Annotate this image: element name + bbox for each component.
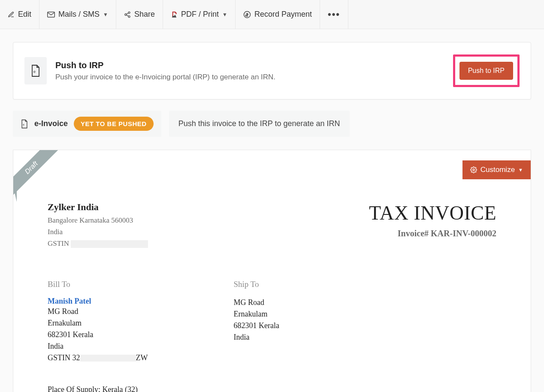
more-actions-button[interactable]: •••: [320, 0, 348, 29]
mail-icon: [47, 12, 55, 18]
chevron-down-icon: ▼: [222, 12, 227, 18]
push-irp-panel: e Push to IRP Push your invoice to the e…: [13, 42, 531, 100]
bill-line: 682301 Kerala: [48, 329, 148, 341]
svg-point-1: [128, 12, 130, 13]
push-desc: Push your invoice to the e-Invoicing por…: [55, 73, 444, 81]
push-to-irp-button[interactable]: Push to IRP: [459, 62, 513, 80]
svg-point-3: [128, 15, 130, 17]
gear-icon: [470, 166, 477, 173]
chevron-down-icon: ▼: [103, 12, 108, 18]
highlight-ring: Push to IRP: [453, 54, 520, 87]
bill-to-heading: Bill To: [48, 280, 148, 289]
share-button[interactable]: Share: [116, 0, 163, 29]
share-icon: [124, 11, 131, 18]
share-label: Share: [134, 10, 155, 19]
redacted-gstin: [71, 240, 148, 248]
svg-text:e: e: [33, 69, 36, 74]
einvoice-label: e-Invoice: [34, 119, 68, 128]
customize-button[interactable]: Customize ▼: [462, 160, 531, 179]
bill-line: India: [48, 341, 148, 352]
ship-to-heading: Ship To: [233, 280, 279, 289]
pencil-icon: [8, 11, 15, 18]
invoice-document: Draft Customize ▼ Zylker India Bangalore…: [13, 150, 531, 392]
ship-to-block: Ship To MG Road Ernakulam 682301 Kerala …: [233, 280, 279, 364]
chevron-down-icon: ▼: [518, 167, 523, 172]
mails-sms-button[interactable]: Mails / SMS ▼: [39, 0, 116, 29]
svg-line-5: [127, 15, 129, 16]
company-name: Zylker India: [48, 202, 148, 213]
svg-text:e: e: [23, 123, 24, 126]
svg-line-4: [127, 13, 129, 14]
action-toolbar: Edit Mails / SMS ▼ Share PDF / Print ▼ R…: [0, 0, 544, 29]
gstin-label: GSTIN: [48, 239, 69, 247]
draft-label: Draft: [13, 150, 63, 199]
record-payment-label: Record Payment: [254, 10, 312, 19]
gstin-suffix: ZW: [136, 353, 148, 362]
company-block: Zylker India Bangalore Karnataka 560003 …: [48, 202, 148, 250]
edit-button[interactable]: Edit: [0, 0, 39, 29]
customize-label: Customize: [481, 166, 515, 174]
pdf-label: PDF / Print: [181, 10, 219, 19]
einvoice-hint: Push this invoice to the IRP to generate…: [169, 111, 350, 137]
push-title: Push to IRP: [55, 60, 444, 70]
einvoice-doc-icon: e: [21, 119, 28, 129]
place-of-supply: Place Of Supply: Kerala (32): [48, 385, 496, 392]
invoice-number: Invoice# KAR-INV-000002: [369, 229, 496, 238]
einvoice-doc-icon: e: [24, 57, 47, 84]
bill-gstin: GSTIN 32ZW: [48, 352, 148, 364]
more-icon: •••: [328, 9, 340, 20]
company-country: India: [48, 226, 148, 238]
gstin-prefix: GSTIN 32: [48, 353, 80, 362]
record-payment-button[interactable]: Record Payment: [236, 0, 320, 29]
einvoice-status-bar: e e-Invoice YET TO BE PUSHED Push this i…: [13, 111, 350, 137]
doc-title-block: TAX INVOICE Invoice# KAR-INV-000002: [369, 202, 496, 238]
edit-label: Edit: [18, 10, 31, 19]
company-gstin: GSTIN: [48, 238, 148, 249]
bill-to-block: Bill To Manish Patel MG Road Ernakulam 6…: [48, 280, 148, 364]
pdf-print-button[interactable]: PDF / Print ▼: [163, 0, 236, 29]
redacted-gstin-mid: [80, 355, 136, 362]
doc-title: TAX INVOICE: [369, 202, 496, 224]
company-address: Bangalore Karnataka 560003: [48, 214, 148, 226]
ship-line: India: [233, 332, 279, 343]
ship-line: 682301 Kerala: [233, 320, 279, 332]
svg-point-2: [125, 14, 127, 15]
currency-icon: [243, 11, 251, 18]
einvoice-status-badge: YET TO BE PUSHED: [74, 117, 154, 131]
bill-line: MG Road: [48, 306, 148, 317]
svg-point-9: [473, 169, 474, 171]
einvoice-status-left: e e-Invoice YET TO BE PUSHED: [13, 111, 161, 137]
ship-line: Ernakulam: [233, 308, 279, 320]
customer-name-link[interactable]: Manish Patel: [48, 297, 148, 306]
ship-line: MG Road: [233, 297, 279, 308]
draft-ribbon: Draft: [13, 150, 65, 202]
mails-label: Mails / SMS: [58, 10, 100, 19]
bill-line: Ernakulam: [48, 317, 148, 329]
pdf-icon: [171, 11, 178, 18]
